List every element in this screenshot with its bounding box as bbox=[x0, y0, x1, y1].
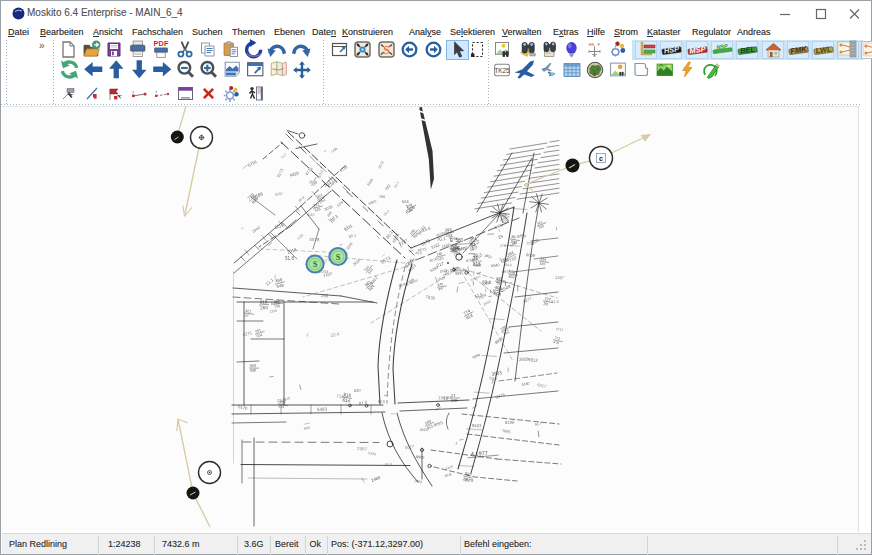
svg-text:5027: 5027 bbox=[405, 444, 416, 450]
svg-text:818: 818 bbox=[260, 299, 268, 305]
svg-text:743: 743 bbox=[453, 250, 462, 257]
svg-text:2626: 2626 bbox=[352, 258, 361, 266]
svg-text:8912: 8912 bbox=[528, 357, 539, 363]
svg-text:1387: 1387 bbox=[555, 275, 565, 280]
svg-text:7835: 7835 bbox=[425, 294, 436, 301]
svg-text:64.6: 64.6 bbox=[402, 200, 409, 204]
svg-text:832: 832 bbox=[508, 275, 514, 280]
svg-text:8810: 8810 bbox=[494, 337, 503, 345]
svg-text:274: 274 bbox=[500, 244, 506, 248]
svg-text:5330: 5330 bbox=[368, 451, 376, 457]
svg-text:8024: 8024 bbox=[517, 233, 527, 239]
svg-text:9009: 9009 bbox=[526, 252, 535, 258]
svg-text:549: 549 bbox=[276, 282, 285, 289]
svg-text:6791: 6791 bbox=[247, 159, 258, 168]
svg-text:2929: 2929 bbox=[519, 356, 529, 362]
svg-text:22.4: 22.4 bbox=[330, 331, 340, 338]
svg-text:93.5: 93.5 bbox=[393, 181, 400, 189]
svg-text:4614: 4614 bbox=[502, 268, 512, 274]
svg-text:3903: 3903 bbox=[491, 370, 502, 377]
svg-text:25: 25 bbox=[498, 233, 505, 240]
svg-text:94.6: 94.6 bbox=[505, 263, 512, 267]
svg-text:11.7: 11.7 bbox=[469, 245, 479, 252]
svg-text:897: 897 bbox=[438, 287, 444, 292]
svg-text:4829: 4829 bbox=[289, 170, 300, 178]
svg-text:766: 766 bbox=[379, 195, 386, 199]
svg-text:260: 260 bbox=[260, 305, 268, 311]
svg-text:183: 183 bbox=[484, 254, 490, 258]
svg-text:6573: 6573 bbox=[380, 255, 392, 265]
svg-text:2480: 2480 bbox=[371, 475, 382, 483]
svg-text:S: S bbox=[336, 252, 341, 262]
svg-text:4.1977: 4.1977 bbox=[471, 450, 488, 457]
svg-text:4115: 4115 bbox=[307, 213, 315, 217]
svg-text:7741: 7741 bbox=[556, 327, 564, 332]
svg-text:2944: 2944 bbox=[251, 225, 262, 234]
svg-text:8538: 8538 bbox=[444, 472, 452, 478]
svg-text:266: 266 bbox=[321, 293, 329, 298]
svg-text:c: c bbox=[599, 155, 603, 162]
svg-text:90.5: 90.5 bbox=[378, 400, 385, 404]
svg-text:6217: 6217 bbox=[537, 382, 548, 389]
svg-text:818: 818 bbox=[473, 262, 481, 267]
svg-text:8184: 8184 bbox=[445, 464, 454, 470]
svg-text:553: 553 bbox=[455, 271, 461, 275]
svg-text:4241: 4241 bbox=[274, 191, 283, 197]
svg-text:6540: 6540 bbox=[491, 262, 501, 268]
svg-text:41.7: 41.7 bbox=[534, 421, 542, 427]
svg-text:1859: 1859 bbox=[336, 200, 344, 208]
svg-text:4795: 4795 bbox=[433, 420, 444, 428]
svg-text:6275: 6275 bbox=[242, 330, 253, 337]
svg-text:934: 934 bbox=[256, 333, 263, 339]
svg-text:80.3: 80.3 bbox=[298, 195, 306, 203]
svg-text:771: 771 bbox=[455, 267, 461, 271]
svg-text:5984: 5984 bbox=[472, 353, 481, 360]
svg-text:3620: 3620 bbox=[437, 275, 446, 281]
svg-text:S: S bbox=[313, 259, 318, 269]
svg-text:8463: 8463 bbox=[472, 423, 482, 428]
svg-text:3035: 3035 bbox=[323, 204, 333, 212]
svg-text:51.8: 51.8 bbox=[285, 256, 294, 261]
svg-text:5160: 5160 bbox=[521, 381, 530, 387]
svg-text:5065: 5065 bbox=[367, 178, 375, 187]
svg-text:1119: 1119 bbox=[274, 222, 285, 230]
svg-text:31: 31 bbox=[473, 256, 479, 261]
svg-text:2318: 2318 bbox=[287, 246, 298, 254]
svg-text:516: 516 bbox=[538, 224, 545, 230]
svg-text:73.2: 73.2 bbox=[280, 152, 288, 159]
svg-text:7665: 7665 bbox=[502, 429, 511, 434]
svg-text:435: 435 bbox=[496, 277, 502, 281]
svg-text:9173: 9173 bbox=[276, 167, 285, 178]
svg-text:9186: 9186 bbox=[252, 191, 264, 200]
svg-text:1484: 1484 bbox=[414, 479, 422, 484]
svg-text:50.1: 50.1 bbox=[348, 233, 356, 239]
svg-text:630: 630 bbox=[354, 388, 362, 393]
svg-text:476: 476 bbox=[553, 340, 559, 345]
svg-text:1200: 1200 bbox=[269, 308, 277, 314]
svg-text:1136: 1136 bbox=[296, 233, 304, 241]
svg-text:31.6: 31.6 bbox=[551, 299, 559, 304]
svg-text:1495: 1495 bbox=[330, 146, 338, 153]
svg-text:47: 47 bbox=[244, 313, 248, 318]
svg-text:2957: 2957 bbox=[357, 446, 368, 452]
svg-text:8299: 8299 bbox=[505, 419, 515, 425]
svg-text:52.4: 52.4 bbox=[385, 462, 392, 467]
svg-text:10.0: 10.0 bbox=[316, 169, 324, 179]
svg-text:8322: 8322 bbox=[430, 242, 440, 250]
svg-text:27.8: 27.8 bbox=[465, 478, 474, 483]
svg-text:49.5: 49.5 bbox=[415, 251, 422, 255]
svg-text:905: 905 bbox=[303, 426, 310, 431]
svg-text:6170: 6170 bbox=[238, 404, 249, 411]
svg-text:5493: 5493 bbox=[317, 407, 328, 412]
svg-text:3678: 3678 bbox=[309, 237, 320, 242]
svg-text:538: 538 bbox=[250, 368, 256, 372]
svg-text:758: 758 bbox=[312, 180, 318, 187]
svg-text:6165: 6165 bbox=[470, 276, 478, 282]
svg-text:326: 326 bbox=[314, 207, 321, 212]
svg-text:838: 838 bbox=[451, 398, 458, 403]
svg-text:12.1: 12.1 bbox=[265, 277, 275, 287]
svg-text:8985: 8985 bbox=[416, 455, 425, 460]
svg-text:203: 203 bbox=[445, 232, 453, 238]
svg-text:9976: 9976 bbox=[495, 392, 506, 400]
svg-text:6728: 6728 bbox=[339, 165, 348, 173]
